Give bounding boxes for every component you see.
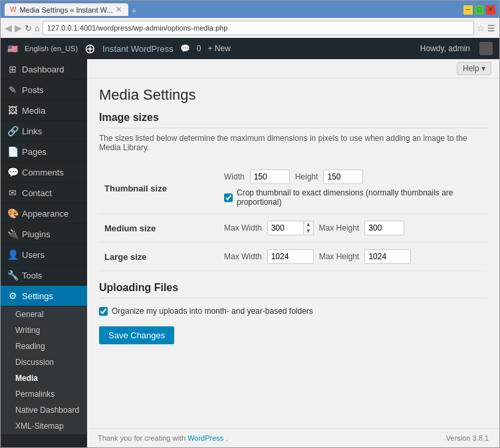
- submenu-permalinks[interactable]: Permalinks: [1, 386, 87, 402]
- medium-height-input[interactable]: [364, 221, 404, 235]
- large-size-row: Max Width Max Height: [224, 249, 482, 264]
- settings-nav-icon: ⚙: [7, 290, 18, 301]
- thumbnail-width-input[interactable]: [250, 169, 290, 184]
- footer-wp-link[interactable]: WordPress: [188, 434, 223, 442]
- back-button[interactable]: ◀: [5, 23, 12, 33]
- help-bar: Help ▾: [87, 59, 499, 78]
- address-bar: ◀ ▶ ↻ ⌂ ☆ ☰: [1, 18, 499, 38]
- submenu-xml-sitemap[interactable]: XML-Sitemap: [1, 418, 87, 434]
- sidebar-label-plugins: Plugins: [22, 229, 51, 239]
- thumbnail-size-row: Width Height: [224, 169, 482, 184]
- sidebar-item-posts[interactable]: ✎ Posts: [1, 80, 87, 100]
- sidebar-item-settings[interactable]: ⚙ Settings: [1, 286, 87, 306]
- pages-icon: 📄: [7, 146, 18, 157]
- sidebar-item-users[interactable]: 👤 Users: [1, 245, 87, 265]
- thumbnail-height-input[interactable]: [323, 169, 363, 184]
- sidebar-item-appearance[interactable]: 🎨 Appearance: [1, 203, 87, 224]
- medium-width-up-button[interactable]: ▲: [304, 221, 313, 228]
- footer-thanks: Thank you for creating with WordPress .: [98, 434, 227, 442]
- discussion-label: Discussion: [15, 358, 54, 367]
- submenu-discussion[interactable]: Discussion: [1, 354, 87, 370]
- tab-title: Media Settings « Instant W...: [19, 6, 112, 14]
- writing-label: Writing: [15, 326, 40, 335]
- save-changes-button[interactable]: Save Changes: [99, 326, 174, 344]
- medium-width-input[interactable]: [267, 221, 304, 235]
- content-area: Media Settings Image sizes The sizes lis…: [87, 78, 499, 428]
- page-title: Media Settings: [99, 86, 487, 104]
- forward-button[interactable]: ▶: [15, 23, 22, 33]
- sidebar-item-dashboard[interactable]: ⊞ Dashboard: [1, 59, 87, 80]
- large-label: Large size: [99, 243, 219, 271]
- browser-top-bar: W Media Settings « Instant W... ✕ + ─ □ …: [1, 1, 499, 18]
- submenu-media[interactable]: Media: [1, 370, 87, 386]
- site-name[interactable]: Instant WordPress: [102, 44, 174, 54]
- settings-submenu: General Writing Reading Discussion Media…: [1, 306, 87, 434]
- large-max-height-label: Max Height: [319, 252, 360, 261]
- new-tab-button[interactable]: +: [131, 5, 136, 16]
- active-tab[interactable]: W Media Settings « Instant W... ✕: [5, 3, 128, 16]
- sidebar-label-media: Media: [22, 106, 45, 116]
- organize-uploads-checkbox[interactable]: [99, 307, 108, 316]
- wp-logo[interactable]: ⊕: [84, 41, 96, 56]
- maximize-button[interactable]: □: [475, 5, 484, 15]
- sidebar-label-users: Users: [22, 250, 45, 260]
- wp-admin-header: 🇺🇸 English (en_US) ⊕ Instant WordPress 💬…: [1, 38, 499, 59]
- thumbnail-crop-checkbox[interactable]: [224, 193, 233, 202]
- posts-icon: ✎: [7, 84, 18, 95]
- medium-width-down-button[interactable]: ▼: [304, 228, 313, 235]
- plugins-icon: 🔌: [7, 229, 18, 239]
- comments-icon[interactable]: 💬: [180, 44, 190, 53]
- comments-count: 0: [197, 44, 201, 53]
- submenu-general[interactable]: General: [1, 306, 87, 322]
- thumbnail-label: Thumbnail size: [99, 163, 219, 214]
- thumbnail-row: Thumbnail size Width Height: [99, 163, 487, 214]
- dashboard-icon: ⊞: [7, 64, 18, 74]
- thumbnail-width-label: Width: [224, 172, 245, 181]
- close-tab-icon[interactable]: ✕: [116, 5, 122, 14]
- sidebar-item-contact[interactable]: ✉ Contact: [1, 183, 87, 203]
- sidebar-label-links: Links: [22, 126, 42, 136]
- media-icon: 🖼: [7, 105, 18, 116]
- sidebar-label-settings: Settings: [22, 291, 53, 301]
- sidebar-item-comments[interactable]: 💬 Comments: [1, 162, 87, 183]
- general-label: General: [15, 310, 44, 319]
- image-sizes-heading: Image sizes: [99, 112, 487, 128]
- large-height-input[interactable]: [364, 249, 411, 264]
- organize-uploads-label: Organize my uploads into month- and year…: [112, 306, 313, 316]
- image-sizes-section: Image sizes The sizes listed below deter…: [99, 112, 487, 271]
- links-icon: 🔗: [7, 126, 18, 136]
- close-button[interactable]: ✕: [486, 5, 495, 15]
- sidebar-item-pages[interactable]: 📄 Pages: [1, 142, 87, 162]
- window-controls: ─ □ ✕: [463, 5, 495, 15]
- bookmark-icon[interactable]: ☆: [477, 23, 485, 33]
- users-icon: 👤: [7, 249, 18, 260]
- collapse-menu-button[interactable]: ◀ Collapse menu: [1, 441, 87, 447]
- xml-sitemap-label: XML-Sitemap: [15, 421, 64, 431]
- submenu-writing[interactable]: Writing: [1, 322, 87, 338]
- submenu-reading[interactable]: Reading: [1, 338, 87, 354]
- appearance-icon: 🎨: [7, 208, 18, 219]
- sidebar-item-media[interactable]: 🖼 Media: [1, 100, 87, 121]
- medium-max-width-label: Max Width: [224, 223, 262, 233]
- medium-width-spin-buttons: ▲ ▼: [304, 221, 314, 235]
- new-content-button[interactable]: + New: [207, 44, 230, 53]
- sidebar-label-dashboard: Dashboard: [22, 64, 64, 74]
- medium-max-height-label: Max Height: [319, 223, 360, 233]
- reload-button[interactable]: ↻: [25, 23, 32, 33]
- native-dashboard-label: Native Dashboard: [15, 405, 79, 415]
- submenu-native-dashboard[interactable]: Native Dashboard: [1, 402, 87, 418]
- footer-thanks-text: Thank you for creating with: [98, 434, 188, 442]
- thumbnail-crop-row: Crop thumbnail to exact dimensions (norm…: [224, 188, 482, 207]
- home-button[interactable]: ⌂: [35, 23, 40, 33]
- address-input[interactable]: [43, 21, 474, 35]
- large-max-width-label: Max Width: [224, 252, 262, 261]
- sidebar-item-tools[interactable]: 🔧 Tools: [1, 265, 87, 286]
- sidebar-item-plugins[interactable]: 🔌 Plugins: [1, 224, 87, 245]
- large-width-input[interactable]: [267, 249, 314, 264]
- settings-icon[interactable]: ☰: [487, 23, 495, 33]
- reading-label: Reading: [15, 342, 45, 351]
- sidebar-label-pages: Pages: [22, 147, 47, 157]
- sidebar-item-links[interactable]: 🔗 Links: [1, 121, 87, 142]
- minimize-button[interactable]: ─: [463, 5, 473, 15]
- help-button[interactable]: Help ▾: [457, 62, 491, 75]
